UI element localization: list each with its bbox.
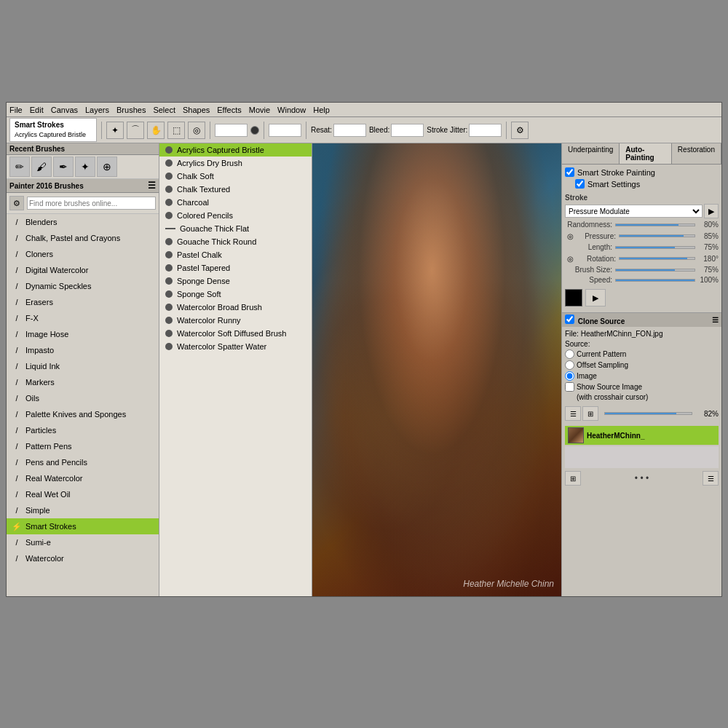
brush-variant-wc-spatter[interactable]: Watercolor Spatter Water [159,340,312,353]
length-slider[interactable] [615,246,695,249]
clone-bottom-btn-right[interactable]: ☰ [703,471,719,486]
clone-thumbnail-row[interactable]: HeatherMChinn_ [565,426,719,445]
rotation-slider[interactable] [619,257,695,260]
menu-item-movie[interactable]: Movie [249,106,270,114]
brush-variant-acrylics-captured[interactable]: Acrylics Captured Bristle [159,143,312,157]
crop-tool-btn[interactable]: ⬚ [167,122,185,139]
play-button[interactable]: ▶ [704,204,719,218]
category-watercolor[interactable]: / Watercolor [7,550,159,566]
show-source-checkbox[interactable] [565,382,574,392]
brush-variant-chalk-textured[interactable]: Chalk Textured [159,183,312,196]
brush-variant-gouache-flat[interactable]: Gouache Thick Flat [159,222,312,235]
offset-sampling-radio[interactable] [565,360,574,370]
bleed-input[interactable]: 38% [391,124,424,137]
menu-item-effects[interactable]: Effects [217,106,241,114]
clone-opacity-fill [605,413,676,414]
category-dynamic-speckles[interactable]: / Dynamic Speckles [7,278,159,294]
menu-item-layers[interactable]: Layers [85,106,109,114]
recent-brush-1[interactable]: 🖌 [31,157,52,177]
auto-paint-play-btn[interactable]: ▶ [585,289,606,306]
category-sumi-e[interactable]: / Sumi-e [7,534,159,550]
smart-settings-checkbox[interactable] [575,179,585,189]
category-markers[interactable]: / Markers [7,374,159,390]
category-digital-watercolor[interactable]: / Digital Watercolor [7,262,159,278]
clone-bottom-btn-left[interactable]: ⊞ [565,471,581,486]
category-pens-pencils[interactable]: / Pens and Pencils [7,454,159,470]
brush-info[interactable]: Smart Strokes Acrylics Captured Bristle [9,118,97,142]
brush-variant-pastel-tapered[interactable]: Pastel Tapered [159,261,312,274]
category-image-hose[interactable]: / Image Hose [7,326,159,342]
menu-item-help[interactable]: Help [313,106,330,114]
category-smart-strokes[interactable]: ⚡ Smart Strokes [7,518,159,534]
pressure-slider[interactable] [619,234,695,237]
clone-tool-btn[interactable]: ◎ [188,122,205,139]
category-impasto[interactable]: / Impasto [7,342,159,358]
menu-item-canvas[interactable]: Canvas [51,106,78,114]
menu-item-shapes[interactable]: Shapes [183,106,210,114]
brush-search-input[interactable] [27,197,156,210]
clone-icon-btn-0[interactable]: ☰ [565,406,581,421]
category-blenders[interactable]: / Blenders [7,214,159,230]
category-particles[interactable]: / Particles [7,422,159,438]
menu-item-brushes[interactable]: Brushes [116,106,146,114]
recent-brush-4[interactable]: ⊕ [97,157,117,177]
recent-brush-2[interactable]: ✒ [53,157,74,177]
search-gear-icon[interactable]: ⚙ [9,196,24,210]
category-oils[interactable]: / Oils [7,390,159,406]
foreground-color-swatch[interactable] [565,289,582,306]
image-radio[interactable] [565,371,574,381]
brush-variant-wc-broad[interactable]: Watercolor Broad Brush [159,301,312,314]
category-fx[interactable]: / F-X [7,310,159,326]
opacity-input[interactable]: 100% [269,124,301,137]
category-pattern-pens[interactable]: / Pattern Pens [7,438,159,454]
brush-variant-acrylics-dry[interactable]: Acrylics Dry Brush [159,157,312,170]
brush-variant-sponge-dense[interactable]: Sponge Dense [159,274,312,288]
current-pattern-radio[interactable] [565,349,574,359]
clone-source-menu[interactable]: ☰ [712,316,719,324]
smart-stroke-painting-checkbox[interactable] [565,167,574,177]
tab-underpainting[interactable]: Underpainting [562,143,620,164]
menu-item-file[interactable]: File [9,106,23,114]
category-simple[interactable]: / Simple [7,502,159,518]
tab-auto-painting[interactable]: Auto-Painting [620,143,672,164]
extra-btn[interactable]: ⚙ [511,122,529,139]
canvas-area[interactable]: Heather Michelle Chinn [312,143,561,596]
brush-variant-chalk-soft[interactable]: Chalk Soft [159,170,312,183]
category-cloners[interactable]: / Cloners [7,246,159,262]
brush-variant-colored-pencils[interactable]: Colored Pencils [159,209,312,222]
randomness-slider[interactable] [615,223,695,226]
category-real-wet-oil[interactable]: / Real Wet Oil [7,486,159,502]
brush-variant-charcoal[interactable]: Charcoal [159,196,312,209]
tab-restoration[interactable]: Restoration [672,143,721,164]
brush-size-slider[interactable] [615,269,695,272]
brush-variant-pastel-chalk[interactable]: Pastel Chalk [159,248,312,261]
clone-source-checkbox[interactable] [565,314,574,324]
category-erasers[interactable]: / Erasers [7,294,159,310]
category-liquid-ink[interactable]: / Liquid Ink [7,358,159,374]
speed-slider[interactable] [615,279,695,282]
brush-variant-wc-runny[interactable]: Watercolor Runny [159,314,312,327]
resat-input[interactable]: 60% [333,124,366,137]
brush-variant-wc-soft-diffused[interactable]: Watercolor Soft Diffused Brush [159,327,312,340]
jitter-input[interactable]: 0.00 [469,124,502,137]
category-palette-knives[interactable]: / Palette Knives and Sponges [7,406,159,422]
brush-dot-13 [165,317,173,324]
painter-brushes-menu[interactable]: ☰ [148,181,156,191]
brush-variant-sponge-soft[interactable]: Sponge Soft [159,288,312,301]
cursor-tool-btn[interactable]: ✦ [106,122,124,139]
menu-item-select[interactable]: Select [153,106,175,114]
recent-brush-3[interactable]: ✦ [75,157,95,177]
category-real-watercolor[interactable]: / Real Watercolor [7,470,159,486]
stroke-dropdown[interactable]: Pressure Modulate [565,205,703,218]
clone-icon-btn-1[interactable]: ⊞ [582,406,598,421]
lasso-tool-btn[interactable]: ⌒ [127,122,144,139]
size-input[interactable]: 20.1 [215,124,248,137]
category-chalk[interactable]: / Chalk, Pastel and Crayons [7,230,159,246]
move-tool-btn[interactable]: ✋ [147,122,165,139]
menu-item-window[interactable]: Window [277,106,306,114]
menu-item-edit[interactable]: Edit [30,106,44,114]
brush-variant-gouache-round[interactable]: Gouache Thick Round [159,235,312,248]
recent-brush-0[interactable]: ✏ [9,157,30,177]
clone-opacity-slider[interactable] [604,412,692,415]
clone-dots[interactable]: • • • [635,473,649,483]
